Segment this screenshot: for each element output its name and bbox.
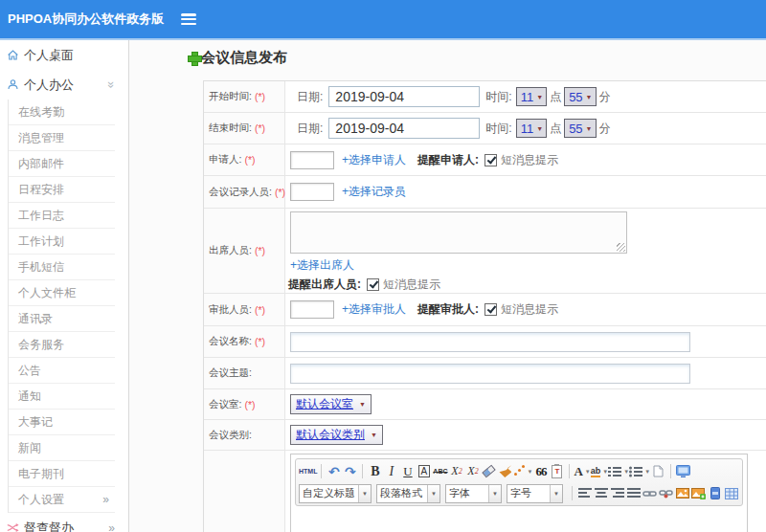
app-header: PHPOA协同办公软件政务版 xyxy=(0,0,766,38)
rich-text-editor: HTML ↶ ↷ B I U A ABC X2 X2 ▼ xyxy=(290,454,748,532)
undo-button[interactable]: ↶ xyxy=(326,463,342,480)
sidebar-item[interactable]: 通知 xyxy=(9,384,115,410)
form-row-end-time: 结束时间:(*) 日期: 时间: 11▼ 点 55▼ 分 xyxy=(204,113,766,144)
dropdown-arrow-icon: ▼ xyxy=(359,401,366,408)
form-row-attendees: 出席人员:(*) +选择出席人 提醒出席人员: 短消息提示 xyxy=(204,209,766,294)
paste-text-button[interactable]: T xyxy=(549,463,565,480)
image-upload-button[interactable] xyxy=(690,485,707,502)
form-row-meeting-subject: 会议主题: xyxy=(204,358,766,389)
sidebar-item[interactable]: 个人文件柜 xyxy=(9,280,115,306)
sidebar-item-settings[interactable]: 个人设置» xyxy=(9,487,115,513)
sidebar-item[interactable]: 通讯录 xyxy=(9,306,115,332)
highlight-color-button[interactable]: ab▼ xyxy=(591,463,608,480)
sidebar-item[interactable]: 消息管理 xyxy=(9,125,115,151)
start-hour-select[interactable]: 11▼ xyxy=(516,87,547,106)
choose-recorder-link[interactable]: +选择记录员 xyxy=(342,184,406,200)
quick-format-button[interactable]: ▼ xyxy=(513,463,532,480)
dropdown-arrow-icon: ▼ xyxy=(585,94,596,100)
link-button[interactable] xyxy=(642,485,658,502)
sidebar-item[interactable]: 新闻 xyxy=(9,435,115,461)
sidebar-item[interactable]: 电子期刊 xyxy=(9,461,115,487)
sidebar-item-desktop[interactable]: 个人桌面 xyxy=(0,40,128,70)
bold-button[interactable]: B xyxy=(367,463,383,480)
ordered-list-button[interactable]: ▼ xyxy=(608,463,629,480)
paragraph-format-select[interactable]: 段落格式▼ xyxy=(376,484,440,503)
home-icon xyxy=(7,49,19,61)
sidebar-item[interactable]: 内部邮件 xyxy=(9,151,115,177)
strikethrough-button[interactable]: ABC xyxy=(432,463,448,480)
align-right-button[interactable] xyxy=(609,485,625,502)
chevron-right-icon: » xyxy=(108,521,115,532)
sms-remind-checkbox[interactable] xyxy=(367,278,379,291)
fullscreen-button[interactable] xyxy=(675,463,691,480)
plus-icon xyxy=(188,52,200,64)
chevron-right-icon: » xyxy=(102,493,109,506)
recorder-input[interactable] xyxy=(290,183,334,201)
user-icon xyxy=(7,78,19,91)
new-page-button[interactable] xyxy=(650,463,666,480)
choose-applicant-link[interactable]: +选择申请人 xyxy=(342,152,406,168)
choose-approver-link[interactable]: +选择审批人 xyxy=(342,301,406,318)
meeting-subject-input[interactable] xyxy=(290,364,690,384)
meeting-category-select[interactable]: 默认会议类别▼ xyxy=(290,425,383,445)
underline-button[interactable]: U xyxy=(399,463,416,480)
form-row-start-time: 开始时间:(*) 日期: 时间: 11▼ 点 55▼ 分 xyxy=(204,81,766,113)
sidebar-item[interactable]: 日程安排 xyxy=(9,177,115,203)
source-code-button[interactable]: HTML xyxy=(299,463,317,480)
sidebar-item[interactable]: 公告 xyxy=(9,358,115,384)
sidebar-item[interactable]: 工作计划 xyxy=(9,229,115,255)
blockquote-button[interactable]: 66 xyxy=(532,463,549,480)
font-family-select[interactable]: 字体▼ xyxy=(445,484,502,503)
approver-input[interactable] xyxy=(290,300,334,319)
redo-button[interactable]: ↷ xyxy=(342,463,358,480)
page-title: 会议信息发布 xyxy=(188,49,287,67)
unordered-list-button[interactable]: ▼ xyxy=(629,463,650,480)
sms-remind-checkbox[interactable] xyxy=(484,154,497,166)
meeting-room-select[interactable]: 默认会议室▼ xyxy=(290,394,372,414)
sidebar-item[interactable]: 会务服务 xyxy=(9,332,115,358)
font-style-button[interactable]: A xyxy=(418,465,431,477)
meeting-name-input[interactable] xyxy=(290,332,690,352)
choose-attendees-link[interactable]: +选择出席人 xyxy=(290,257,354,274)
editor-content-area[interactable] xyxy=(291,510,747,532)
applicant-input[interactable] xyxy=(290,151,334,169)
subscript-button[interactable]: X2 xyxy=(464,463,481,480)
editor-toolbar: HTML ↶ ↷ B I U A ABC X2 X2 ▼ xyxy=(295,458,743,506)
form-row-meeting-name: 会议名称:(*) xyxy=(204,326,766,358)
font-size-select[interactable]: 字号▼ xyxy=(507,484,563,503)
end-hour-select[interactable]: 11▼ xyxy=(516,119,547,138)
sidebar: 个人桌面 个人办公 » 在线考勤 消息管理 内部邮件 日程安排 工作日志 工作计… xyxy=(0,40,129,532)
app-title: PHPOA协同办公软件政务版 xyxy=(8,0,164,38)
sms-remind-checkbox[interactable] xyxy=(484,303,497,316)
media-button[interactable] xyxy=(707,485,723,502)
end-date-input[interactable] xyxy=(328,118,480,139)
format-brush-button[interactable] xyxy=(497,463,513,480)
dropdown-arrow-icon: ▼ xyxy=(371,432,377,438)
form-row-recorder: 会议记录人员:(*) +选择记录员 xyxy=(204,176,766,209)
align-center-button[interactable] xyxy=(593,485,609,502)
unlink-button[interactable] xyxy=(658,485,674,502)
italic-button[interactable]: I xyxy=(383,463,399,480)
image-button[interactable] xyxy=(674,485,690,502)
sidebar-submenu: 在线考勤 消息管理 内部邮件 日程安排 工作日志 工作计划 手机短信 个人文件柜… xyxy=(8,100,115,513)
align-justify-button[interactable] xyxy=(625,485,642,502)
superscript-button[interactable]: X2 xyxy=(448,463,464,480)
start-minute-select[interactable]: 55▼ xyxy=(564,87,596,106)
sidebar-item-office[interactable]: 个人办公 » xyxy=(0,70,128,100)
table-button[interactable] xyxy=(723,485,739,502)
align-left-button[interactable] xyxy=(576,485,593,502)
dropdown-arrow-icon: ▼ xyxy=(585,125,596,132)
sidebar-item[interactable]: 在线考勤 xyxy=(9,100,115,125)
end-minute-select[interactable]: 55▼ xyxy=(564,119,596,138)
start-date-input[interactable] xyxy=(328,86,480,107)
dropdown-arrow-icon: ▼ xyxy=(535,125,546,132)
eraser-button[interactable] xyxy=(481,463,497,480)
sidebar-item-supervise[interactable]: 督查督办 » xyxy=(0,513,128,532)
sidebar-item[interactable]: 工作日志 xyxy=(9,203,115,229)
attendees-textarea[interactable] xyxy=(290,211,627,254)
sidebar-item[interactable]: 大事记 xyxy=(9,410,115,435)
menu-toggle-icon[interactable] xyxy=(181,13,196,25)
heading-style-select[interactable]: 自定义标题▼ xyxy=(299,484,372,503)
sidebar-item[interactable]: 手机短信 xyxy=(9,255,115,280)
font-color-button[interactable]: A▼ xyxy=(574,463,590,480)
